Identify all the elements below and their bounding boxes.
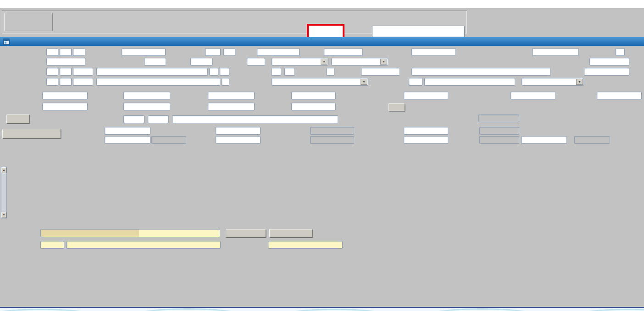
gnre-label xyxy=(591,128,609,136)
vlr-base-issqn-label xyxy=(2,92,41,99)
produto-scm-codigo-field[interactable] xyxy=(40,241,64,249)
chevron-down-icon[interactable]: ▼ xyxy=(576,79,583,85)
icms-field[interactable] xyxy=(216,136,261,144)
nro-ato-label xyxy=(541,59,588,66)
produto-scm-descricao-field[interactable] xyxy=(67,241,221,249)
vlr-contabil-header xyxy=(452,238,481,244)
frete-interno-field[interactable] xyxy=(404,136,448,144)
chave-nfe-field[interactable] xyxy=(411,68,551,76)
vlr-nota-field[interactable] xyxy=(105,127,150,135)
chave-nfe-label xyxy=(413,60,505,68)
data-emissao-field[interactable] xyxy=(46,58,85,65)
vlr-produto-label xyxy=(69,137,103,145)
desconto-field[interactable] xyxy=(521,136,567,144)
cliente-field-3[interactable] xyxy=(73,68,93,76)
vlr-base-ir-field[interactable] xyxy=(123,92,170,99)
nro-ato-field[interactable] xyxy=(589,58,629,65)
frete-destacado-field[interactable] xyxy=(404,127,448,135)
vlr-insumo-terceiros-field[interactable] xyxy=(404,92,448,99)
representante-field-1[interactable] xyxy=(46,78,58,86)
operacao-label xyxy=(385,78,407,86)
nota-remessa-scm-field[interactable] xyxy=(268,241,343,249)
navio-field[interactable] xyxy=(144,58,166,65)
cliente-field-5[interactable] xyxy=(220,68,229,76)
abatimento-icms-label xyxy=(482,229,514,235)
secao-field[interactable] xyxy=(148,115,169,123)
representante-field-4[interactable] xyxy=(222,78,229,86)
ref-contabil-field[interactable] xyxy=(584,68,629,76)
vlr-taxa-field[interactable] xyxy=(247,58,265,65)
operacao-codigo-field[interactable] xyxy=(409,78,422,86)
oe-label xyxy=(307,48,322,56)
serie-entrada-field[interactable] xyxy=(616,48,625,56)
grid-scrollbar[interactable]: ▲ ▼ xyxy=(1,167,7,218)
depto-secao-descricao-field[interactable] xyxy=(172,115,338,123)
rt-button[interactable] xyxy=(389,103,405,111)
operacao-descricao-field[interactable] xyxy=(424,78,515,86)
vlr-ir-field[interactable] xyxy=(208,103,255,110)
grupo-operacao-dropdown[interactable]: ▼ xyxy=(272,78,368,86)
porto-label xyxy=(172,58,188,65)
cliente-nome-field[interactable] xyxy=(96,68,208,76)
cliente-field-2[interactable] xyxy=(60,68,72,76)
cliente-field-4[interactable] xyxy=(209,68,218,76)
vlr-issqn-field[interactable] xyxy=(123,103,170,110)
vlr-mao-obra-field[interactable] xyxy=(291,92,336,99)
pedido-field[interactable] xyxy=(257,48,300,56)
chevron-down-icon[interactable]: ▼ xyxy=(361,79,367,85)
filial-destino-field-1[interactable] xyxy=(271,68,281,76)
empresa-field-2[interactable] xyxy=(60,48,72,56)
atualizar-ncm-button[interactable] xyxy=(269,229,313,238)
scroll-down-icon[interactable]: ▼ xyxy=(1,212,6,218)
inclusao-field[interactable] xyxy=(361,68,400,76)
vlr-insumo-terceiros-label xyxy=(353,92,402,99)
filial-destino-label xyxy=(239,68,270,76)
serie-field[interactable] xyxy=(205,48,221,56)
obs-button[interactable] xyxy=(6,115,30,124)
produto-bottom-field[interactable] xyxy=(40,229,220,237)
atualizar-nf-button[interactable] xyxy=(2,129,61,139)
wave-decoration xyxy=(422,308,541,311)
vlr-insumo-sebo-field[interactable] xyxy=(597,92,642,99)
vlr-produto-field[interactable] xyxy=(105,136,150,144)
serie-modelo-label xyxy=(165,48,203,56)
base-ipi-field xyxy=(310,127,354,135)
scroll-up-icon[interactable]: ▲ xyxy=(1,167,6,173)
chevron-down-icon[interactable]: ▼ xyxy=(380,59,387,65)
icms-retido-field[interactable] xyxy=(42,103,88,110)
vlr-issqn-label xyxy=(89,103,122,110)
representante-field-3[interactable] xyxy=(73,78,93,86)
numero-nota-field[interactable] xyxy=(122,48,166,56)
empresa-field-1[interactable] xyxy=(46,48,58,56)
depto-field[interactable] xyxy=(123,115,144,123)
user-field[interactable] xyxy=(372,26,465,37)
vlr-taxa-label xyxy=(220,58,245,65)
vlr-base-issqn-field[interactable] xyxy=(42,92,88,99)
vlr-inss-field[interactable] xyxy=(291,103,336,110)
base-ipi-label xyxy=(284,128,309,136)
representante-nome-field[interactable] xyxy=(96,78,220,86)
chevron-down-icon[interactable]: ▼ xyxy=(321,59,328,65)
oe-field[interactable] xyxy=(324,48,363,56)
footer-watermark xyxy=(0,308,644,311)
vlr-inss-label xyxy=(257,103,290,110)
operacao-dropdown[interactable]: ▼ xyxy=(522,78,584,86)
wave-decoration xyxy=(0,309,101,311)
limpa-tela-button[interactable] xyxy=(226,229,266,238)
abatimento-cofins-label xyxy=(550,229,585,235)
filial-destino-field-2[interactable] xyxy=(284,68,295,76)
processo-imp-field[interactable] xyxy=(532,48,579,56)
porto-field[interactable] xyxy=(190,58,213,65)
sigla-frete-field[interactable] xyxy=(326,68,334,76)
representante-field-2[interactable] xyxy=(60,78,72,86)
sequencia-nota-label xyxy=(367,48,410,56)
cliente-field-1[interactable] xyxy=(46,68,58,76)
sequencia-nota-field[interactable] xyxy=(411,48,456,56)
vlr-base-inss-field[interactable] xyxy=(208,92,255,99)
base-icms-field[interactable] xyxy=(216,127,261,135)
tipo-dropdown-1[interactable]: ▼ xyxy=(272,58,328,65)
icms-subst-label xyxy=(447,137,477,145)
tipo-dropdown-2[interactable]: ▼ xyxy=(331,58,388,65)
data-emissao-label xyxy=(14,58,45,65)
vlr-insumo-industr-field[interactable] xyxy=(511,92,556,99)
